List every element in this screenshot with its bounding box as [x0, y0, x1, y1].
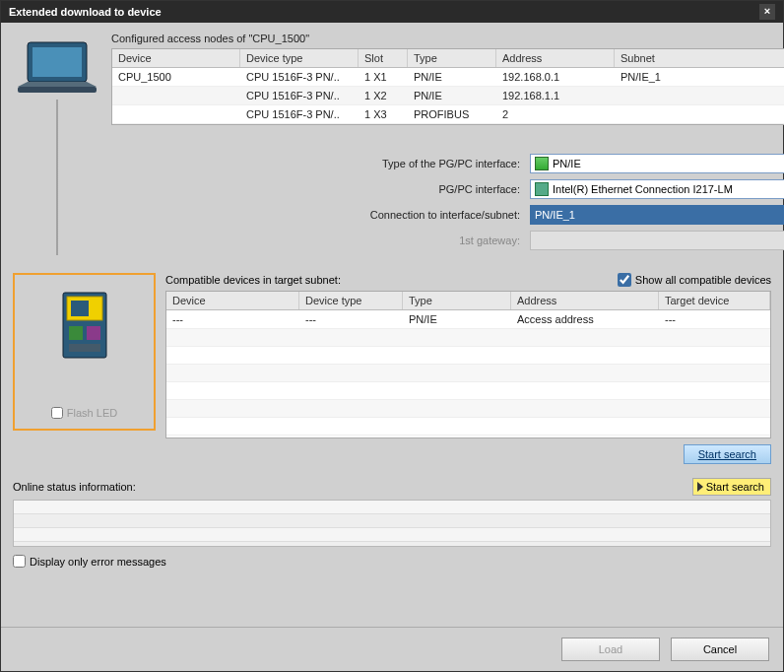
show-all-checkbox[interactable]: Show all compatible devices [618, 273, 771, 287]
gateway-dropdown: ▾ [530, 231, 784, 250]
connection-cable-icon [56, 100, 58, 255]
plc-icon [61, 291, 108, 360]
svg-rect-7 [69, 326, 83, 340]
titlebar: Extended download to device × [1, 1, 783, 23]
error-only-checkbox[interactable]: Display only error messages [13, 555, 771, 568]
configured-nodes-grid: Device Device type Slot Type Address Sub… [111, 48, 784, 125]
pnie-icon [535, 157, 549, 170]
load-button[interactable]: Load [561, 638, 660, 661]
laptop-icon [13, 37, 101, 101]
gateway-label: 1st gateway: [111, 235, 530, 246]
window-title: Extended download to device [9, 6, 162, 18]
grid-header: Device Device type Slot Type Address Sub… [112, 49, 784, 68]
table-row[interactable]: CPU 1516F-3 PN/..1 X2PN/IE192.168.1.1 [112, 87, 784, 105]
target-device-panel: Flash LED [13, 273, 156, 431]
status-label: Online status information: [13, 481, 136, 493]
status-list [13, 500, 771, 547]
pgpc-iface-label: PG/PC interface: [111, 183, 530, 195]
svg-rect-9 [69, 344, 100, 352]
connection-dropdown[interactable]: PN/IE_1 ▾ [530, 205, 784, 225]
table-row[interactable]: ------PN/IEAccess address--- [166, 310, 770, 329]
table-row[interactable]: CPU 1516F-3 PN/..1 X3PROFIBUS2 [112, 105, 784, 124]
compatible-devices-label: Compatible devices in target subnet: [165, 274, 341, 286]
svg-rect-3 [18, 87, 97, 93]
svg-rect-8 [87, 326, 100, 340]
pgpc-type-label: Type of the PG/PC interface: [111, 158, 530, 169]
pgpc-type-dropdown[interactable]: PN/IE ▾ [530, 154, 784, 173]
dialog-footer: Load Cancel [1, 627, 783, 671]
close-icon[interactable]: × [759, 4, 775, 20]
nic-icon [535, 182, 549, 196]
svg-marker-2 [18, 82, 97, 87]
grid-header: Device Device type Type Address Target d… [166, 292, 770, 310]
flash-led-checkbox[interactable]: Flash LED [51, 407, 117, 419]
configured-nodes-label: Configured access nodes of "CPU_1500" [111, 33, 784, 44]
table-row[interactable]: CPU_1500CPU 1516F-3 PN/..1 X1PN/IE192.16… [112, 68, 784, 87]
svg-rect-1 [33, 47, 82, 77]
pgpc-iface-dropdown[interactable]: Intel(R) Ethernet Connection I217-LM ▾ [530, 179, 784, 199]
play-icon [697, 482, 703, 492]
connection-label: Connection to interface/subnet: [111, 209, 530, 221]
status-start-search-badge[interactable]: Start search [692, 478, 771, 496]
svg-rect-6 [71, 301, 89, 316]
cancel-button[interactable]: Cancel [671, 638, 769, 661]
start-search-button[interactable]: Start search [684, 444, 771, 464]
compatible-devices-grid[interactable]: Device Device type Type Address Target d… [165, 291, 771, 438]
